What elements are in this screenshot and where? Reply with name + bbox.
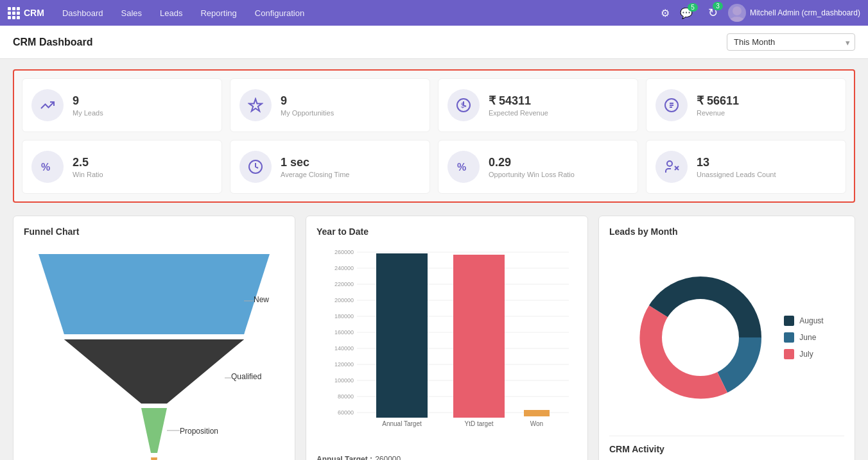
svg-text:120000: 120000 [334,361,354,368]
nav-sales[interactable]: Sales [115,0,149,26]
ytd-svg: 260000 240000 220000 200000 180000 16000… [317,244,577,437]
kpi-exp-rev-label: Expected Revenue [489,109,548,117]
nav-right: 5 3 Mitchell Admin (crm_dashboard) [661,4,860,22]
donut-container: August June July [609,244,844,430]
settings-button[interactable] [661,7,670,19]
legend-color-june [784,332,794,343]
kpi-unassigned-icon [655,151,688,183]
funnel-label-qualified: Qualified [231,372,261,381]
svg-text:260000: 260000 [334,249,354,255]
kpi-win-label: Win Ratio [73,171,103,178]
kpi-exp-rev-text: ₹ 54311 Expected Revenue [489,94,548,117]
funnel-chart-card: Funnel Chart [13,216,295,460]
nav-reporting[interactable]: Reporting [194,0,243,26]
kpi-opp-icon [239,89,272,121]
svg-point-43 [662,299,739,376]
funnel-svg: New Qualified Proposition [24,244,284,460]
kpi-opp-text: 9 My Opportunities [281,94,334,117]
charts-row: Funnel Chart [13,216,855,460]
kpi-opp-value: 9 [281,94,334,108]
kpi-rev-value: ₹ 56611 [697,94,739,108]
bar-ytd-target[interactable] [453,255,505,418]
user-menu[interactable]: Mitchell Admin (crm_dashboard) [728,4,860,22]
kpi-win-text: 2.5 Win Ratio [73,156,103,178]
kpi-win-icon: % [31,151,64,183]
legend-color-august [784,316,794,326]
kpi-time-value: 1 sec [281,156,349,169]
svg-marker-14 [151,457,157,460]
funnel-label-proposition: Proposition [180,427,218,436]
svg-text:YtD target: YtD target [464,420,493,427]
kpi-opportunities[interactable]: 9 My Opportunities [230,78,430,132]
gear-icon [661,7,670,19]
kpi-time-text: 1 sec Average Closing Time [281,156,349,178]
svg-text:220000: 220000 [334,281,354,287]
svg-text:180000: 180000 [334,313,354,319]
ytd-chart-title: Year to Date [317,226,577,237]
avatar [728,4,746,22]
nav-configuration[interactable]: Configuration [248,0,311,26]
bar-annual-target[interactable] [376,253,428,418]
svg-text:80000: 80000 [338,393,354,400]
kpi-wl-label: Opportunity Win Loss Ratio [489,171,575,178]
refresh-button[interactable]: 3 [708,6,718,20]
ytd-annotations: Annual Target : 260000 YtD Target : 2600… [317,450,577,460]
kpi-revenue[interactable]: ₹ 56611 Revenue [646,78,846,132]
kpi-time-icon [239,151,272,183]
donut-legend: August June July [784,316,823,359]
svg-point-1 [729,17,745,22]
grid-icon [8,7,20,19]
kpi-win-ratio[interactable]: % 2.5 Win Ratio [22,140,222,194]
svg-marker-11 [39,254,270,334]
legend-june: June [784,332,823,343]
kpi-unassigned[interactable]: 13 Unassigned Leads Count [646,140,846,194]
legend-label-august: August [799,316,823,325]
kpi-closing-time[interactable]: 1 sec Average Closing Time [230,140,430,194]
kpi-leads-icon [31,89,64,121]
svg-point-8 [667,161,672,166]
kpi-rev-text: ₹ 56611 Revenue [697,94,739,117]
kpi-wl-text: 0.29 Opportunity Win Loss Ratio [489,156,575,178]
kpi-unassigned-label: Unassigned Leads Count [697,171,776,178]
chat-button[interactable]: 5 [680,7,693,19]
donut-chart-title: Leads by Month [609,226,844,237]
kpi-win-loss-ratio[interactable]: % 0.29 Opportunity Win Loss Ratio [438,140,638,194]
funnel-label-new: New [254,295,269,304]
legend-label-june: June [799,333,816,342]
svg-text:$: $ [461,102,465,109]
svg-text:%: % [41,162,50,173]
page-title: CRM Dashboard [13,37,92,48]
kpi-rev-label: Revenue [697,109,739,117]
ytd-chart-container: 260000 240000 220000 200000 180000 16000… [317,244,577,450]
filter-wrapper: This Month This Quarter This Year Last M… [727,33,855,51]
svg-marker-12 [64,339,244,404]
main-content: 9 My Leads 9 My Opportunities $ ₹ 54311 … [0,59,868,460]
brand[interactable]: CRM [8,7,44,19]
bar-won[interactable] [524,410,550,416]
ytd-chart-card: Year to Date 260000 240000 220000 200000… [306,216,588,460]
crm-activity-title: CRM Activity [609,444,844,454]
navbar: CRM Dashboard Sales Leads Reporting Conf… [0,0,868,26]
nav-leads[interactable]: Leads [153,0,189,26]
kpi-unassigned-value: 13 [697,156,776,169]
nav-dashboard[interactable]: Dashboard [56,0,110,26]
kpi-rev-icon [655,89,688,121]
kpi-my-leads[interactable]: 9 My Leads [22,78,222,132]
kpi-time-label: Average Closing Time [281,171,349,178]
kpi-expected-revenue[interactable]: $ ₹ 54311 Expected Revenue [438,78,638,132]
kpi-win-value: 2.5 [73,156,103,169]
ytd-ann-row-1: Annual Target : 260000 [317,455,577,460]
donut-svg [630,267,771,408]
legend-color-july [784,349,794,359]
crm-activity-section: CRM Activity Call [609,436,844,460]
page-header: CRM Dashboard This Month This Quarter Th… [0,26,868,59]
kpi-leads-label: My Leads [73,109,103,117]
svg-point-0 [733,6,742,15]
ann-value-1: 260000 [375,455,401,460]
refresh-badge: 3 [713,2,723,10]
filter-select[interactable]: This Month This Quarter This Year Last M… [727,33,855,51]
svg-text:240000: 240000 [334,265,354,271]
kpi-wl-value: 0.29 [489,156,575,169]
svg-text:60000: 60000 [338,409,354,416]
donut-chart-card: Leads by Month Augus [598,216,855,460]
